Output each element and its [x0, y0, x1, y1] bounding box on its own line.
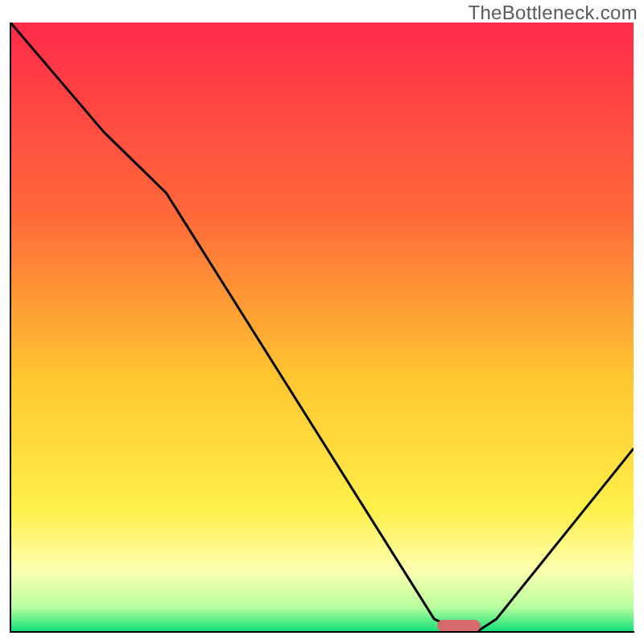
watermark-text: TheBottleneck.com [468, 2, 638, 24]
bottleneck-chart [10, 23, 634, 631]
x-axis [10, 631, 634, 633]
gradient-background [10, 23, 634, 631]
y-axis [10, 23, 11, 633]
optimal-marker [437, 620, 481, 632]
